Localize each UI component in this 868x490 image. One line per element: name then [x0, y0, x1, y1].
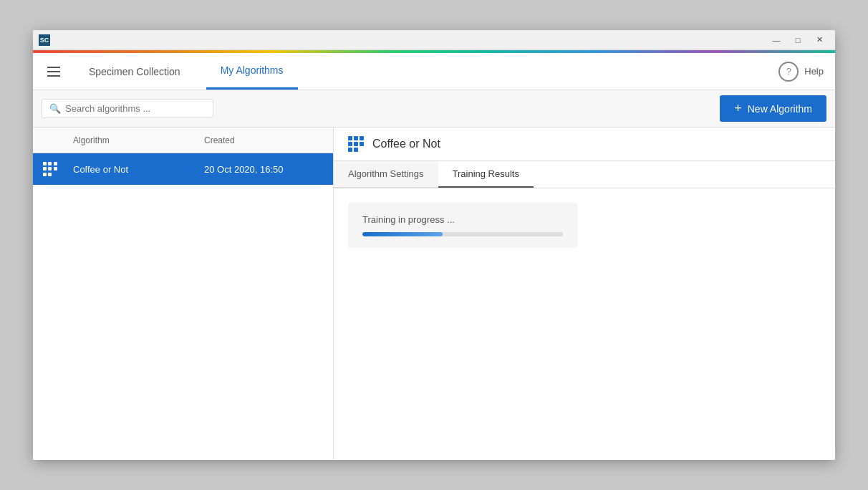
tab-training-results[interactable]: Training Results — [438, 161, 534, 188]
algo-dot-empty — [54, 173, 57, 176]
tab-algorithm-settings[interactable]: Algorithm Settings — [334, 161, 438, 188]
titlebar-left: SC — [39, 34, 50, 46]
table-header: Algorithm Created — [33, 128, 333, 153]
new-algorithm-button[interactable]: + New Algorithm — [720, 95, 826, 122]
algo-dot — [48, 173, 52, 176]
algorithm-name: Coffee or Not — [67, 164, 204, 175]
detail-dot-empty — [360, 148, 364, 152]
toolbar: 🔍 + New Algorithm — [33, 90, 835, 128]
close-button[interactable]: ✕ — [809, 33, 829, 47]
detail-dot — [360, 136, 364, 140]
algo-dot — [54, 167, 57, 170]
algo-icon — [43, 162, 57, 176]
hamburger-line — [47, 67, 60, 68]
titlebar-controls: — □ ✕ — [766, 33, 829, 47]
header: Specimen Collection My Algorithms ? Help — [33, 53, 835, 90]
hamburger-line — [47, 75, 60, 77]
app-window: SC — □ ✕ Specimen Collection My Algorith… — [33, 30, 835, 460]
row-checkbox — [33, 162, 67, 176]
left-panel: Algorithm Created — [33, 128, 334, 460]
training-content: Training in progress ... — [334, 188, 835, 460]
algo-dot — [43, 167, 47, 170]
detail-dot — [354, 148, 358, 152]
minimize-button[interactable]: — — [766, 33, 786, 47]
nav-tab-specimen-collection[interactable]: Specimen Collection — [74, 66, 195, 77]
detail-header: Coffee or Not — [334, 128, 835, 161]
algo-dot — [48, 167, 52, 170]
nav-tab-my-algorithms[interactable]: My Algorithms — [206, 53, 298, 90]
right-panel: Coffee or Not Algorithm Settings Trainin… — [334, 128, 835, 460]
plus-icon: + — [734, 101, 742, 116]
detail-dot — [354, 142, 358, 146]
detail-dot — [348, 148, 352, 152]
algo-dot — [54, 162, 57, 165]
th-algorithm: Algorithm — [67, 135, 204, 145]
detail-algo-icon — [348, 136, 364, 152]
help-label[interactable]: Help — [804, 66, 824, 77]
training-status: Training in progress ... — [362, 214, 563, 225]
th-created: Created — [204, 135, 333, 145]
header-right: ? Help — [778, 53, 835, 90]
search-input[interactable] — [65, 103, 206, 114]
algorithm-created: 20 Oct 2020, 16:50 — [204, 164, 333, 175]
help-icon[interactable]: ? — [778, 62, 799, 82]
detail-dot — [348, 136, 352, 140]
algo-dot — [43, 162, 47, 165]
search-icon: 🔍 — [49, 103, 61, 114]
progress-bar-background — [362, 232, 563, 236]
detail-dot — [360, 142, 364, 146]
algo-dot — [43, 173, 47, 176]
maximize-button[interactable]: □ — [788, 33, 808, 47]
tabs-bar: Algorithm Settings Training Results — [334, 161, 835, 188]
main-content: Algorithm Created — [33, 128, 835, 460]
titlebar: SC — □ ✕ — [33, 30, 835, 50]
header-left: Specimen Collection My Algorithms — [33, 53, 309, 90]
detail-dot — [348, 142, 352, 146]
algo-dot — [48, 162, 52, 165]
training-card: Training in progress ... — [348, 203, 577, 248]
detail-dot — [354, 136, 358, 140]
hamburger-button[interactable] — [44, 64, 63, 80]
search-box: 🔍 — [42, 99, 213, 118]
detail-title: Coffee or Not — [372, 138, 440, 150]
table-row[interactable]: Coffee or Not 20 Oct 2020, 16:50 — [33, 153, 333, 185]
new-algorithm-label: New Algorithm — [748, 103, 812, 115]
app-icon: SC — [39, 34, 50, 46]
hamburger-line — [47, 71, 60, 72]
progress-bar-fill — [362, 232, 443, 236]
